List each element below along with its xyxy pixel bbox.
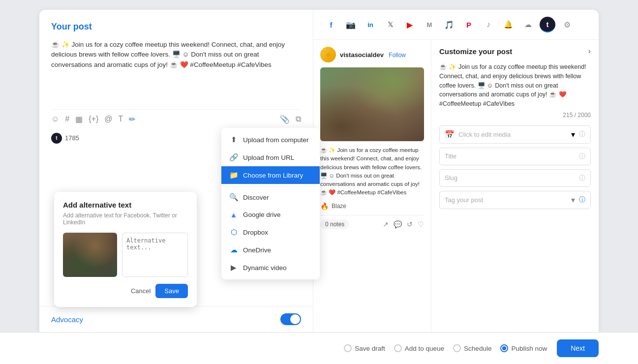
tiktok-social-icon[interactable]: ♪ [481,17,496,32]
modal-subtitle: Add alternative text for Facebook, Twitt… [63,212,188,226]
dynamic-video-item[interactable]: ▶ Dynamic video [221,259,320,276]
google-drive-item[interactable]: ▲ Google drive [221,206,320,223]
customize-title: Customize your post › [439,47,591,56]
emoji-icon[interactable]: ☺ [51,115,59,123]
save-draft-radio[interactable] [344,344,352,352]
save-button[interactable]: Save [155,284,188,298]
tag-field[interactable]: Tag your post ▾ ⓘ [439,191,591,209]
share-icon[interactable]: ↗ [383,220,389,228]
right-panel: f 📷 in 𝕏 ▶ M 🎵 P ♪ 🔔 ☁ t ⚙ ◆ [313,10,599,332]
left-panel: Your post ☕ ✨ Join us for a cozy coffee … [39,10,313,332]
social-bar: f 📷 in 𝕏 ▶ M 🎵 P ♪ 🔔 ☁ t ⚙ [313,10,599,40]
choose-library-item[interactable]: 📁 Choose from Library [221,166,320,184]
hashtag-icon[interactable]: # [65,115,69,123]
blaze-row: 🔥 Blaze [320,202,424,210]
bracket-icon[interactable]: {+} [89,115,98,123]
post-title: Your post [51,22,301,32]
choose-library-icon: 📁 [229,171,238,180]
dropbox-label: Dropbox [243,229,268,236]
youtube-social-icon[interactable]: ▶ [402,17,418,32]
expand-icon[interactable]: › [588,47,591,56]
slug-field[interactable]: Slug ⓘ [439,169,591,187]
modal-content [63,233,188,277]
modal-image-inner [63,233,117,277]
pinterest-social-icon[interactable]: P [461,17,477,32]
repost-icon[interactable]: ↺ [407,220,413,228]
notes-row: 0 notes ↗ 💬 ↺ ♡ [320,215,424,229]
user-avatar: t [51,133,62,144]
upload-computer-item[interactable]: ⬆ Upload from computer [221,131,320,149]
title-field[interactable]: Title ⓘ [439,148,591,165]
radio-group: Save draft Add to queue Schedule Publish… [344,344,547,352]
title-info-icon: ⓘ [579,152,585,161]
tag-label: Tag your post [445,196,567,204]
format-icon[interactable]: ▦ [75,115,83,124]
discover-label: Discover [243,194,269,201]
media-field[interactable]: 📅 Click to edit media ▾ ⓘ [439,125,591,144]
mention-icon[interactable]: @ [104,115,112,123]
upload-computer-label: Upload from computer [243,136,309,144]
schedule-option[interactable]: Schedule [453,344,491,352]
add-to-queue-radio[interactable] [394,344,402,352]
tag-dropdown-icon[interactable]: ▾ [571,195,575,205]
follow-link[interactable]: Follow [389,52,406,59]
instagram-social-icon[interactable]: 📷 [343,17,359,32]
facebook-social-icon[interactable]: f [323,17,339,32]
modal-image [63,233,117,277]
blaze-icon: 🔥 [320,202,329,210]
discover-item[interactable]: 🔍 Discover [221,188,320,206]
schedule-radio[interactable] [453,344,461,352]
upload-computer-icon: ⬆ [229,135,238,144]
preview-header: ◆ vistasocialdev Follow [320,47,424,62]
advocacy-label: Advocacy [51,315,83,324]
preview-avatar: ◆ [320,47,336,62]
customize-panel: Customize your post › ☕ ✨ Join us for a … [431,40,599,332]
next-button[interactable]: Next [557,339,599,357]
add-to-queue-option[interactable]: Add to queue [394,344,444,352]
twitter-social-icon[interactable]: 𝕏 [382,17,398,32]
settings-social-icon[interactable]: ⚙ [559,17,575,32]
upload-url-label: Upload from URL [243,154,294,161]
publish-now-radio[interactable] [500,344,508,352]
preview-image [320,67,424,141]
preview-panel: ◆ vistasocialdev Follow ☕ ✨ Join us for … [313,40,431,332]
dropbox-item[interactable]: ⬡ Dropbox [221,223,320,241]
dynamic-video-label: Dynamic video [243,264,287,272]
post-text: ☕ ✨ Join us for a cozy coffee meetup thi… [51,40,301,70]
user-number: 1785 [65,134,79,142]
notes-badge: 0 notes [320,219,349,229]
comment-icon[interactable]: 💬 [394,220,402,228]
cloud-social-icon[interactable]: ☁ [520,17,536,32]
upload-url-icon: 🔗 [229,153,238,162]
upload-url-item[interactable]: 🔗 Upload from URL [221,149,320,166]
text-icon[interactable]: T [119,115,123,123]
medium-social-icon[interactable]: M [422,17,437,32]
toolbar: ☺ # ▦ {+} @ T ✏ 📎 ⧉ [51,109,301,129]
media-dropdown-icon[interactable]: ▾ [571,130,575,139]
discover-icon: 🔍 [229,193,238,202]
media-emoji-icon: 📅 [445,130,455,139]
blaze-label: Blaze [332,203,346,210]
alt-text-input[interactable] [122,233,188,277]
onedrive-item[interactable]: ☁ OneDrive [221,241,320,259]
copy-icon[interactable]: ⧉ [296,115,301,123]
attach-icon[interactable]: 📎 [280,115,290,124]
linkedin-social-icon[interactable]: in [363,17,378,32]
dropbox-icon: ⬡ [229,228,238,237]
heart-icon[interactable]: ♡ [418,220,424,228]
tumblr-social-icon[interactable]: t [540,17,555,32]
media-label: Click to edit media [458,131,567,138]
podcast-social-icon[interactable]: 🎵 [441,17,457,32]
cancel-button[interactable]: Cancel [131,287,151,295]
onedrive-icon: ☁ [229,245,238,254]
advocacy-toggle[interactable] [280,313,301,325]
action-icons: ↗ 💬 ↺ ♡ [383,220,424,228]
google-drive-icon: ▲ [229,211,238,219]
publish-now-option[interactable]: Publish now [500,344,547,352]
edit-icon[interactable]: ✏ [129,115,135,124]
save-draft-option[interactable]: Save draft [344,344,385,352]
tag-info-icon: ⓘ [579,195,585,204]
slug-label: Slug [445,174,575,182]
bell-social-icon[interactable]: 🔔 [500,17,516,32]
choose-library-label: Choose from Library [243,172,303,179]
